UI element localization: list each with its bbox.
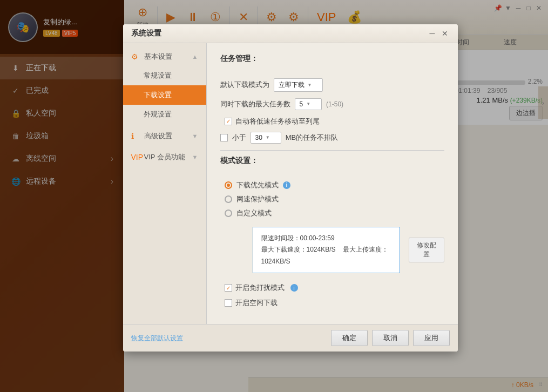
default-mode-row: 默认下载模式为 立即下载 <box>220 78 444 92</box>
nav-header-advanced[interactable]: ℹ 高级设置 ▼ <box>123 127 206 145</box>
mode-custom-label: 自定义模式 <box>236 208 272 218</box>
mode-section-title: 模式设置： <box>220 156 258 166</box>
mode-section-header: 模式设置： <box>220 156 444 174</box>
no-disturb-checkbox[interactable] <box>225 284 232 292</box>
less-than-value: 30 <box>255 134 262 141</box>
cancel-button[interactable]: 取消 <box>372 330 409 346</box>
main-window: 📌 ▼ ─ □ ✕ 🎭 复制的绿... LV48 VIP5 ⬇ 正在下载 <box>0 0 548 392</box>
dialog-overlay: 系统设置 ─ ✕ ⚙ 基本设置 ▲ <box>0 0 548 392</box>
nav-header-vip-arrow: ▼ <box>192 154 198 160</box>
mode-download-info-icon[interactable]: i <box>283 181 290 189</box>
max-tasks-value: 5 <box>300 100 303 108</box>
gear-icon: ⚙ <box>131 52 140 61</box>
nav-header-vip-label: VIP 会员功能 <box>144 152 185 162</box>
auto-move-checkbox[interactable] <box>225 118 232 125</box>
nav-header-basic-label: 基本设置 <box>144 52 172 62</box>
mode-section: 模式设置： 下载优先模式 i 网速保护模式 <box>220 156 444 308</box>
nav-item-general[interactable]: 常规设置 <box>123 66 206 85</box>
mode-network-label: 网速保护模式 <box>236 194 279 204</box>
dialog-minimize-button[interactable]: ─ <box>428 29 437 38</box>
no-disturb-row: 开启免打扰模式 i <box>220 283 444 293</box>
restore-defaults-link[interactable]: 恢复全部默认设置 <box>131 334 183 343</box>
default-mode-select[interactable]: 立即下载 <box>274 78 323 92</box>
default-mode-value: 立即下载 <box>279 80 305 90</box>
speed-limit-down: 最大下载速度：1024KB/S 最大上传速度：1024KB/S <box>261 244 391 267</box>
auto-move-label: 自动将低速任务移动至列尾 <box>235 117 320 126</box>
nav-item-appearance[interactable]: 外观设置 <box>123 105 206 124</box>
less-than-unit: MB的任务不排队 <box>286 133 339 143</box>
mode-download-radio[interactable] <box>225 181 232 189</box>
max-tasks-row: 同时下载的最大任务数 5 (1-50) <box>220 98 444 110</box>
idle-download-checkbox[interactable] <box>225 299 232 307</box>
mode-custom-row: 自定义模式 <box>220 208 444 218</box>
no-disturb-info-icon[interactable]: i <box>290 284 298 292</box>
dialog-body: ⚙ 基本设置 ▲ 常规设置 下载设置 外观设置 <box>123 43 458 325</box>
auto-move-row: 自动将低速任务移动至列尾 <box>220 117 444 126</box>
nav-section-vip: VIP VIP 会员功能 ▼ <box>123 148 206 166</box>
less-than-row: 小于 30 MB的任务不排队 <box>220 132 444 144</box>
dialog-controls: ─ ✕ <box>428 29 450 38</box>
footer-buttons: 确定 取消 应用 <box>331 330 450 346</box>
nav-section-basic: ⚙ 基本设置 ▲ 常规设置 下载设置 外观设置 <box>123 48 206 124</box>
idle-download-label: 开启空闲下载 <box>235 298 278 308</box>
nav-item-download[interactable]: 下载设置 <box>123 85 206 105</box>
nav-header-advanced-arrow: ▼ <box>192 133 198 139</box>
apply-button[interactable]: 应用 <box>413 330 450 346</box>
confirm-button[interactable]: 确定 <box>331 330 368 346</box>
max-tasks-select[interactable]: 5 <box>295 98 322 110</box>
dialog-close-button[interactable]: ✕ <box>440 29 450 38</box>
default-mode-label: 默认下载模式为 <box>220 80 269 90</box>
task-section-title: 任务管理： <box>220 54 258 64</box>
less-than-label: 小于 <box>232 133 246 143</box>
vip-nav-icon: VIP <box>131 153 140 161</box>
nav-header-advanced-label: 高级设置 <box>144 131 172 141</box>
dialog-sidebar: ⚙ 基本设置 ▲ 常规设置 下载设置 外观设置 <box>123 43 207 325</box>
nav-section-advanced: ℹ 高级设置 ▼ <box>123 127 206 145</box>
mode-download-label: 下载优先模式 <box>236 180 279 190</box>
idle-download-row: 开启空闲下载 <box>220 298 444 308</box>
modify-config-button[interactable]: 修改配置 <box>409 238 444 262</box>
mode-custom-radio[interactable] <box>225 209 232 217</box>
settings-dialog: 系统设置 ─ ✕ ⚙ 基本设置 ▲ <box>123 24 458 352</box>
dialog-content: 任务管理： 默认下载模式为 立即下载 同时下载的最大任务数 5 (1-50) <box>207 43 458 325</box>
nav-header-arrow: ▲ <box>192 53 198 60</box>
nav-header-basic[interactable]: ⚙ 基本设置 ▲ <box>123 48 206 66</box>
less-than-checkbox[interactable] <box>220 134 228 141</box>
task-section-header: 任务管理： <box>220 54 444 72</box>
less-than-select[interactable]: 30 <box>251 132 281 144</box>
section-divider <box>220 150 444 151</box>
dialog-title-bar: 系统设置 ─ ✕ <box>123 24 458 43</box>
dialog-footer: 恢复全部默认设置 确定 取消 应用 <box>123 324 458 352</box>
mode-network-radio[interactable] <box>225 195 232 203</box>
mode-network-row: 网速保护模式 <box>220 194 444 204</box>
max-tasks-range: (1-50) <box>326 100 343 108</box>
dialog-title: 系统设置 <box>131 29 161 38</box>
speed-limit-time: 限速时间段：00:00-23:59 <box>261 233 391 245</box>
mode-download-row: 下载优先模式 i <box>220 180 444 190</box>
info-circle-icon: ℹ <box>131 132 140 140</box>
nav-header-vip[interactable]: VIP VIP 会员功能 ▼ <box>123 148 206 166</box>
speed-limit-box: 限速时间段：00:00-23:59 最大下载速度：1024KB/S 最大上传速度… <box>253 227 400 274</box>
max-tasks-label: 同时下载的最大任务数 <box>220 99 290 109</box>
speed-limit-area: 限速时间段：00:00-23:59 最大下载速度：1024KB/S 最大上传速度… <box>236 222 444 278</box>
no-disturb-label: 开启免打扰模式 <box>235 283 285 293</box>
